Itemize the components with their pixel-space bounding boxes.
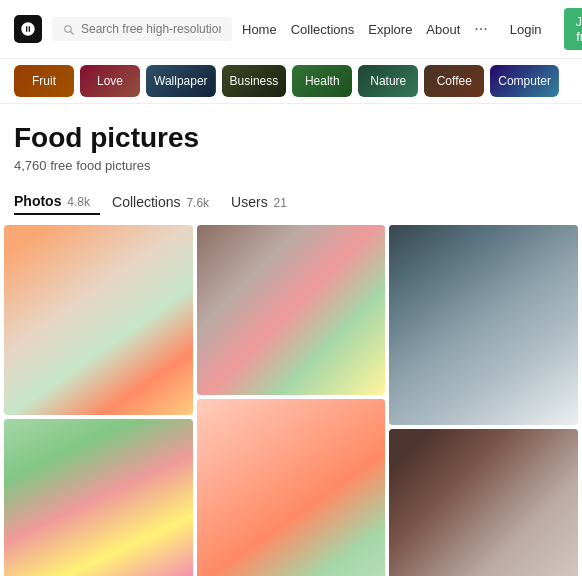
search-icon <box>62 23 75 36</box>
category-item-business[interactable]: Business <box>222 65 287 97</box>
filter-tab-photos[interactable]: Photos 4.8k <box>14 189 100 215</box>
photo-item-p3[interactable] <box>389 225 578 425</box>
category-item-love[interactable]: Love <box>80 65 140 97</box>
nav-about[interactable]: About <box>426 22 460 37</box>
photo-col-2 <box>197 225 386 576</box>
category-item-fruit[interactable]: Fruit <box>14 65 74 97</box>
photo-item-p5[interactable] <box>197 399 386 576</box>
search-bar[interactable] <box>52 17 232 41</box>
photo-item-p6[interactable] <box>389 429 578 576</box>
photo-item-p2[interactable] <box>197 225 386 395</box>
nav-explore[interactable]: Explore <box>368 22 412 37</box>
nav-collections[interactable]: Collections <box>291 22 355 37</box>
nav-more-button[interactable]: ··· <box>474 20 487 38</box>
category-item-coffee[interactable]: Coffee <box>424 65 484 97</box>
page-title-area: Food pictures 4,760 free food pictures <box>0 104 582 181</box>
category-item-computer[interactable]: Computer <box>490 65 559 97</box>
login-button[interactable]: Login <box>502 17 550 42</box>
filter-tab-collections[interactable]: Collections 7.6k <box>112 190 219 214</box>
join-button[interactable]: Join free <box>564 8 583 50</box>
category-item-wallpaper[interactable]: Wallpaper <box>146 65 216 97</box>
photo-item-p4[interactable] <box>4 419 193 576</box>
photo-grid <box>0 225 582 576</box>
header: Home Collections Explore About ··· Login… <box>0 0 582 59</box>
photo-item-p1[interactable] <box>4 225 193 415</box>
nav-links: Home Collections Explore About ··· Login… <box>242 8 582 50</box>
photo-col-1 <box>4 225 193 576</box>
filter-tabs: Photos 4.8kCollections 7.6kUsers 21 <box>0 181 582 225</box>
category-bar: FruitLoveWallpaperBusinessHealthNatureCo… <box>0 59 582 104</box>
category-item-health[interactable]: Health <box>292 65 352 97</box>
filter-tab-users[interactable]: Users 21 <box>231 190 297 214</box>
page-subtitle: 4,760 free food pictures <box>14 158 568 173</box>
search-input[interactable] <box>81 22 221 36</box>
page-title: Food pictures <box>14 122 568 154</box>
category-item-nature[interactable]: Nature <box>358 65 418 97</box>
nav-home[interactable]: Home <box>242 22 277 37</box>
photo-col-3 <box>389 225 578 576</box>
logo-icon[interactable] <box>14 15 42 43</box>
